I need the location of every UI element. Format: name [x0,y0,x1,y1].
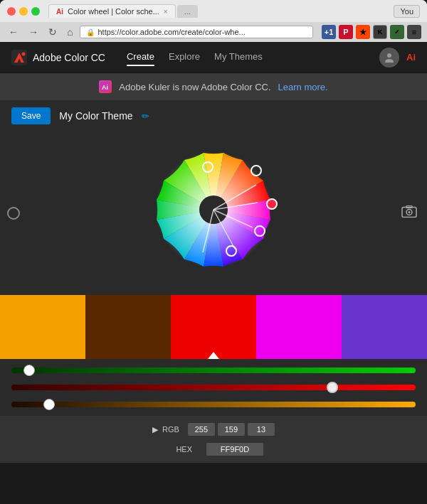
maximize-window-button[interactable] [31,7,40,16]
green-slider-row [11,365,416,376]
wheel-mode-icon[interactable] [7,207,20,220]
color-wheel-container [142,139,285,281]
tab-title: Color wheel | Color sche... [68,7,159,16]
app-name: Adobe Color CC [33,52,105,63]
orange-slider-track[interactable] [11,402,416,407]
nav-links: Create Explore My Themes [127,48,263,66]
camera-svg [401,205,417,218]
b-input[interactable] [248,423,275,436]
header-right: Ai [379,48,416,68]
toolbar-icon-6[interactable]: ≡ [407,25,421,39]
green-slider-track[interactable] [11,368,416,373]
theme-title-bar: Save My Color Theme ✏ [0,100,427,132]
nav-create[interactable]: Create [127,48,154,66]
r-input[interactable] [188,423,215,436]
browser-chrome: Ai Color wheel | Color sche... × ... You… [0,0,427,42]
hex-input[interactable] [206,443,263,456]
nav-my-themes[interactable]: My Themes [214,48,263,66]
toolbar-icon-3[interactable]: ★ [356,25,370,39]
tab-bar: Ai Color wheel | Color sche... × ... [48,4,389,18]
user-button[interactable]: You [394,5,420,18]
color-wheel[interactable] [142,139,285,281]
swatch-0[interactable] [0,295,85,359]
wheel-area [0,132,427,295]
toolbar-icon-2[interactable]: P [339,25,353,39]
forward-button[interactable]: → [26,25,41,39]
camera-icon[interactable] [401,205,417,222]
tab-close-button[interactable]: × [164,8,168,16]
swatch-2[interactable] [171,295,256,359]
adobe-logo-icon [11,50,27,65]
chevron-icon: ▶ [152,425,158,434]
g-input[interactable] [218,423,245,436]
red-slider-track[interactable] [11,385,416,390]
home-button[interactable]: ⌂ [64,25,75,39]
color-swatches [0,295,427,359]
svg-point-13 [267,199,277,209]
edit-icon[interactable]: ✏ [142,111,149,122]
theme-name: My Color Theme [59,110,132,122]
svg-point-2 [387,53,391,58]
adobe-tab-icon: Ai [56,8,63,16]
nav-explore[interactable]: Explore [169,48,200,66]
url-text: https://color.adobe.com/create/color-whe… [97,28,245,36]
hex-label: HEX [164,445,192,454]
swatch-3[interactable] [256,295,342,359]
toolbar-icon-4[interactable]: K [373,25,387,39]
inactive-tab[interactable]: ... [177,5,198,18]
app-header: Adobe Color CC Create Explore My Themes … [0,42,427,73]
kuler-logo-icon: Ai [99,80,112,93]
rgb-inputs [188,423,275,436]
browser-toolbar-icons: +1 P ★ K ✓ ≡ [322,25,421,39]
green-slider-thumb[interactable] [23,365,35,376]
svg-point-1 [22,52,26,55]
logo-area: Adobe Color CC [11,50,105,65]
lock-icon: 🔒 [86,28,95,36]
avatar-button[interactable] [379,48,399,68]
red-slider-thumb[interactable] [327,382,338,393]
orange-slider-row [11,399,416,410]
back-button[interactable]: ← [6,25,21,39]
adobe-cc-icon: Ai [406,52,416,63]
sliders-area [0,359,427,416]
banner-text: Adobe Kuler is now Adobe Color CC. [119,82,270,92]
close-window-button[interactable] [7,7,16,16]
active-tab[interactable]: Ai Color wheel | Color sche... × [48,4,176,18]
svg-point-20 [408,211,411,213]
svg-text:Ai: Ai [102,84,108,91]
hex-row: HEX [164,443,263,456]
address-bar[interactable]: 🔒 https://color.adobe.com/create/color-w… [80,26,313,38]
toolbar-icon-5[interactable]: ✓ [390,25,404,39]
save-button[interactable]: Save [11,107,51,124]
swatch-1[interactable] [85,295,171,359]
app-content: Adobe Color CC Create Explore My Themes … [0,42,427,463]
color-mode-button[interactable]: ▶ RGB [152,425,179,434]
minimize-window-button[interactable] [19,7,28,16]
address-bar-row: ← → ↻ ⌂ 🔒 https://color.adobe.com/create… [0,22,427,42]
title-bar: Ai Color wheel | Color sche... × ... You [0,0,427,22]
color-mode-label: RGB [162,425,179,434]
learn-more-link[interactable]: Learn more. [278,82,328,92]
toolbar-icon-1[interactable]: +1 [322,25,336,39]
kuler-banner: Ai Adobe Kuler is now Adobe Color CC. Le… [0,73,427,100]
person-icon [384,52,395,63]
color-values-bar: ▶ RGB HEX [0,416,427,463]
traffic-lights [7,7,40,16]
orange-slider-thumb[interactable] [43,399,55,410]
refresh-button[interactable]: ↻ [46,25,60,39]
red-slider-row [11,382,416,393]
swatch-4[interactable] [342,295,427,359]
